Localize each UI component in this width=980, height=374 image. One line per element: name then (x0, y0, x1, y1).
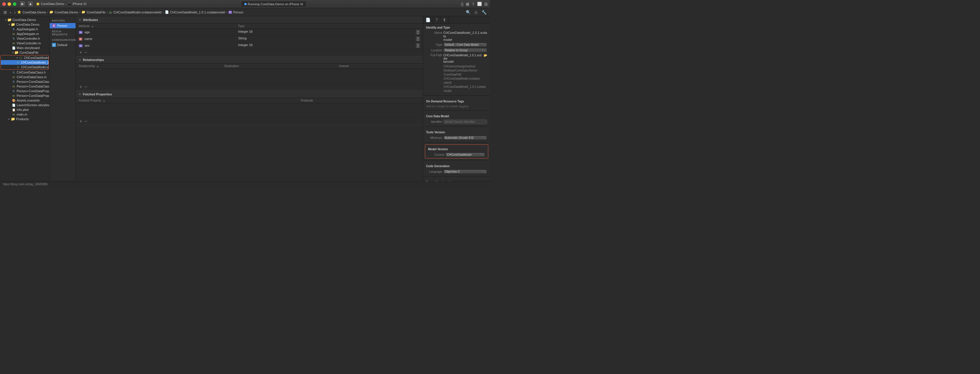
layout-icon[interactable]: ▥ (484, 2, 488, 6)
breadcrumb: ⭐ CoreData-Demo › 📁 CoreData-Demo › 📁 Co… (17, 10, 464, 14)
warning-icon[interactable]: ⚠ (473, 10, 479, 15)
rp-minimum-select[interactable]: Automatic (Xcode 9.0) ⌃⌄ (443, 136, 487, 140)
sidebar-item-xcdatamodel[interactable]: ⊙ CHCoreDataModel.xcdatamodel (1, 65, 48, 69)
debug-icon[interactable]: 🔧 (480, 10, 488, 15)
rp-location-select[interactable]: Relative to Group ⌃⌄ (443, 48, 487, 53)
sidebar-label: main.m (17, 113, 27, 116)
sidebar-item-xcdatamodel-selected[interactable]: ⊙ CHCoreDataModel_1.0.1.xcdatamodel (1, 60, 48, 65)
sidebar-item-person-class-h[interactable]: h Person+CoreDataClass.h (0, 80, 49, 84)
rp-language-row: Language Objective-C ⌃⌄ (423, 169, 490, 175)
rp-tab-file[interactable]: 📄 (423, 16, 433, 23)
relationships-header[interactable]: ▼ Relationships (76, 56, 423, 64)
inspector-icon[interactable]: 🔍 (465, 10, 472, 15)
rp-tab-help[interactable]: ? (433, 16, 441, 23)
add-attribute-button[interactable]: + (79, 50, 83, 55)
rp-odrt-placeholder: Add to a target to enable tagging (426, 105, 468, 108)
stepper-up-name[interactable]: ▲ (416, 37, 420, 39)
right-panel: 📄 ? ⬆ Identity and Type Name CHCoreDataM… (423, 16, 490, 181)
attr-type-sex: Integer 16 ▲ ▼ (235, 42, 423, 49)
grid-icon[interactable]: ⊞ (2, 10, 8, 15)
stop-button[interactable]: ■ (27, 1, 33, 7)
remove-relationship-button[interactable]: − (84, 84, 88, 89)
sidebar-item-viewcontroller-m[interactable]: m ViewController.m (0, 41, 49, 46)
minimize-button[interactable] (8, 2, 11, 6)
maximize-button[interactable] (13, 2, 16, 6)
rp-cdm-title: Core Data Model (423, 112, 490, 119)
fetched-properties-header[interactable]: ▼ Fetched Properties (76, 91, 423, 98)
bc-folder[interactable]: CoreDataFile (87, 11, 106, 14)
rp-location-value: Relative to Group (445, 49, 468, 52)
share-icon[interactable]: ⇧ (472, 2, 475, 6)
fetch-requests-title: FETCH REQUESTS (49, 28, 76, 37)
sidebar-item-main-storyboard[interactable]: 📄 Main.storyboard (0, 46, 49, 50)
title-bar-right: {} ▦ ⇧ ⬜ ▥ (461, 2, 488, 6)
fetched-properties-actions: + − (76, 118, 423, 125)
sidebar-item-assets[interactable]: 🎨 Assets.xcassets (0, 98, 49, 103)
sidebar-item-ch-class-h[interactable]: h CHCoreDataClass.h (0, 70, 49, 75)
sidebar-item-person-class-m[interactable]: m Person+CoreDataClass.m (0, 84, 49, 89)
sidebar-item-info-plist[interactable]: 📋 Info.plist (0, 107, 49, 112)
remove-fetched-property-button[interactable]: − (84, 119, 88, 124)
bc-entity[interactable]: Person (233, 11, 243, 14)
sidebar-label: CoreDataFile (19, 51, 38, 54)
relationships-triangle: ▼ (79, 59, 81, 61)
rp-language-select[interactable]: Objective-C ⌃⌄ (443, 169, 487, 174)
rel-col-inverse: Inverse (336, 64, 423, 69)
code-icon[interactable]: {} (461, 2, 463, 6)
rp-language-value: Objective-C (445, 170, 460, 173)
rp-current-select[interactable]: CHCoreDataModel ⌃⌄ (445, 153, 485, 157)
sidebar-item-coredata-demo[interactable]: ▼ 📁 CoreData-Demo (0, 22, 49, 27)
sidebar-item-coredatafile[interactable]: ▼ 📁 CoreDataFile (0, 50, 49, 55)
add-relationship-button[interactable]: + (79, 84, 83, 89)
sidebar-item-appdelegate-m[interactable]: m AppDelegate.m (0, 32, 49, 36)
stepper-up-age[interactable]: ▲ (416, 30, 420, 32)
sidebar-item-ch-class-m[interactable]: m CHCoreDataClass.m (0, 75, 49, 80)
table-row[interactable]: S name String ▲ ▼ (76, 36, 423, 42)
stepper-down-age[interactable]: ▼ (416, 32, 420, 34)
back-icon[interactable]: ‹ (9, 10, 13, 15)
close-button[interactable] (2, 2, 6, 6)
run-button[interactable]: ▶ (19, 1, 26, 7)
rp-minimum-row: Minimum Automatic (Xcode 9.0) ⌃⌄ (423, 135, 490, 141)
bc-project[interactable]: CoreData-Demo (54, 11, 78, 14)
entity-person[interactable]: E Person (49, 23, 76, 28)
sidebar-item-xcdatamodeld[interactable]: ▼ ⬡ CHCoreDataModel.xcdatamodeld (1, 56, 48, 60)
sidebar-item-coredata-demo-group[interactable]: ▼ 📁 CoreData-Demo (0, 18, 49, 22)
table-row[interactable]: N age Integer 16 ▲ ▼ (76, 29, 423, 36)
sidebar-item-person-props-h[interactable]: h Person+CoreDataProperties.h (0, 89, 49, 93)
config-label: Default (57, 43, 67, 47)
sidebar-label: AppDelegate.h (17, 27, 38, 31)
sidebar-item-appdelegate-h[interactable]: h AppDelegate.h (0, 27, 49, 32)
sidebar-item-launch-storyboard[interactable]: 📄 LaunchScreen.storyboard (0, 103, 49, 107)
sidebar-item-person-props-m[interactable]: m Person+CoreDataProperties.m (0, 93, 49, 98)
sidebar-item-viewcontroller-h[interactable]: h ViewController.h (0, 36, 49, 41)
config-default[interactable]: C Default (49, 42, 76, 48)
forward-icon[interactable]: › (13, 10, 17, 15)
sidebar-item-main-m[interactable]: m main.m (0, 112, 49, 117)
panel-icon[interactable]: ▦ (466, 2, 469, 6)
sidebar-item-products[interactable]: ▼ 📁 Products (0, 117, 49, 121)
stepper-up-sex[interactable]: ▲ (416, 43, 420, 46)
remove-attribute-button[interactable]: − (84, 50, 88, 55)
rp-type-select[interactable]: Default - Core Data Model ⌃⌄ (443, 43, 487, 47)
rp-type-row: Type Default - Core Data Model ⌃⌄ (423, 42, 490, 48)
sidebar-label: Person+CoreDataProperties.m (17, 94, 49, 97)
rp-tab-share[interactable]: ⬆ (441, 16, 449, 23)
bc-app[interactable]: CoreData-Demo (22, 11, 46, 14)
bc-xcdatamodeld[interactable]: CHCoreDataModel.xcdatamodeld (113, 11, 161, 14)
rp-identifier-label: Identifier (426, 120, 442, 123)
table-row[interactable]: N sex Integer 16 ▲ ▼ (76, 42, 423, 49)
rp-identity-title: Identity and Type (423, 24, 490, 30)
fetched-properties-triangle: ▼ (79, 93, 81, 96)
add-fetched-property-button[interactable]: + (79, 119, 83, 124)
stepper-down-sex[interactable]: ▼ (416, 46, 420, 48)
stepper-down-name[interactable]: ▼ (416, 39, 420, 41)
fetched-properties-table: Fetched Property ▲ Predicate (76, 98, 423, 118)
attr-badge-s: S (79, 38, 82, 41)
rp-fullpath-icon[interactable]: 📂 (484, 54, 487, 57)
split-icon[interactable]: ⬜ (477, 2, 482, 6)
rp-odrt-title: On Demand Resource Tags (423, 97, 490, 104)
bc-xcdatamodel[interactable]: CHCoreDataModel_1.0.1.xcdatamodel (170, 11, 225, 14)
attributes-header[interactable]: ▼ Attributes (76, 16, 423, 24)
rp-identifier-input[interactable] (443, 119, 487, 124)
